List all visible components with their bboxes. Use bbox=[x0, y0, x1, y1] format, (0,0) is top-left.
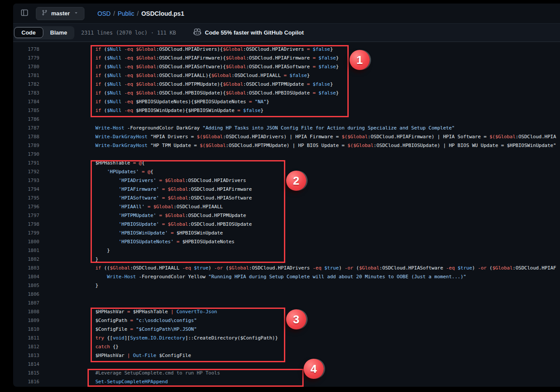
code-row: 1780 if ($Null -eq $Global:OSDCloud.HPIA… bbox=[13, 63, 560, 71]
code-line: $HPHashVar | Out-File $ConfigFile bbox=[72, 351, 191, 360]
code-row: 1781 if ($Null -eq $Global:OSDCloud.HPIA… bbox=[13, 71, 560, 80]
chevron-down-icon bbox=[74, 10, 79, 17]
code-row: 1813 $HPHashVar | Out-File $ConfigFile bbox=[13, 351, 560, 360]
code-row: 1811 try {[void][System.IO.Directory]::C… bbox=[13, 334, 560, 343]
line-number[interactable]: 1807 bbox=[13, 299, 39, 308]
line-number[interactable]: 1791 bbox=[13, 159, 39, 168]
code-line: if ($Null -eq $Global:OSDCloud.HPIASoftw… bbox=[72, 63, 339, 71]
code-line: Write-Host -ForegroundColor DarkGray "Ad… bbox=[72, 124, 455, 133]
line-number[interactable]: 1787 bbox=[13, 124, 39, 133]
line-number[interactable]: 1816 bbox=[13, 378, 39, 386]
tab-code[interactable]: Code bbox=[14, 27, 43, 38]
line-number[interactable]: 1778 bbox=[13, 45, 39, 54]
breadcrumb-file-name: OSDCloud.ps1 bbox=[141, 10, 184, 17]
code-row: 1783 if ($Null -eq $Global:OSDCloud.HPBI… bbox=[13, 89, 560, 98]
line-number[interactable]: 1798 bbox=[13, 220, 39, 229]
line-number[interactable]: 1782 bbox=[13, 80, 39, 89]
line-number[interactable]: 1795 bbox=[13, 194, 39, 203]
line-number[interactable]: 1812 bbox=[13, 343, 39, 351]
code-row: 1816 Set-SetupCompleteHPAppend bbox=[13, 378, 560, 386]
code-row: 1795 'HPIASoftware' = $Global:OSDCloud.H… bbox=[13, 194, 560, 203]
file-viewer-panel: master OSD / Public / OSDCloud.ps1 Code … bbox=[13, 4, 560, 387]
code-line: try {[void][System.IO.Directory]::Create… bbox=[72, 334, 278, 343]
code-line: Write-Host -ForegroundColor Yellow "Runn… bbox=[72, 273, 466, 281]
line-number[interactable]: 1815 bbox=[13, 369, 39, 378]
code-row: 1814 bbox=[13, 360, 560, 369]
breadcrumb-repo-link[interactable]: OSD bbox=[98, 10, 111, 17]
git-branch-icon bbox=[42, 10, 48, 17]
code-row: 1809 $ConfigPath = "c:\osdcloud\configs" bbox=[13, 316, 560, 325]
code-row: 1815 #Leverage SetupComplete.cmd to run … bbox=[13, 369, 560, 378]
line-number[interactable]: 1797 bbox=[13, 211, 39, 220]
copilot-icon bbox=[193, 28, 201, 38]
code-row: 1778 if ($Null -eq $Global:OSDCloud.HPIA… bbox=[13, 45, 560, 54]
line-number[interactable]: 1794 bbox=[13, 185, 39, 194]
line-number[interactable]: 1792 bbox=[13, 168, 39, 176]
code-line: } bbox=[72, 255, 98, 264]
line-number[interactable]: 1793 bbox=[13, 176, 39, 185]
line-number[interactable]: 1786 bbox=[13, 115, 39, 124]
line-number[interactable]: 1780 bbox=[13, 63, 39, 71]
code-row: 1806 bbox=[13, 290, 560, 299]
line-number[interactable]: 1783 bbox=[13, 89, 39, 98]
line-number[interactable]: 1800 bbox=[13, 238, 39, 246]
code-row: 1793 'HPIADrivers' = $Global:OSDCloud.HP… bbox=[13, 176, 560, 185]
code-row: 1787 Write-Host -ForegroundColor DarkGra… bbox=[13, 124, 560, 133]
code-line: if ($Null -eq $Global:OSDCloud.HPBIOSUpd… bbox=[72, 89, 339, 98]
sidebar-panel-icon bbox=[21, 9, 28, 18]
line-number[interactable]: 1785 bbox=[13, 106, 39, 115]
code-line: 'HPIASoftware' = $Global:OSDCloud.HPIASo… bbox=[72, 194, 252, 203]
line-number[interactable]: 1788 bbox=[13, 133, 39, 141]
file-tree-toggle-button[interactable] bbox=[18, 7, 31, 20]
line-number[interactable]: 1801 bbox=[13, 246, 39, 255]
line-number[interactable]: 1814 bbox=[13, 360, 39, 369]
code-line: if ($Null -eq $HPBIOSUpdateNotes){$HPBIO… bbox=[72, 98, 269, 106]
line-number[interactable]: 1805 bbox=[13, 281, 39, 290]
code-line: 'HPBIOSUpdateNotes' = $HPBIOSUpdateNotes bbox=[72, 238, 234, 246]
code-line: 'HPBIOSWinUpdate' = $HPBIOSWinUpdate bbox=[72, 229, 223, 238]
line-number[interactable]: 1790 bbox=[13, 150, 39, 159]
code-line: Write-DarkGrayHost "HPIA Drivers = $($Gl… bbox=[72, 133, 556, 141]
code-line: Write-DarkGrayHost "HP TPM Update = $($G… bbox=[72, 141, 556, 150]
code-row: 1785 if ($Null -eq $HPBIOSWinUpdate){$HP… bbox=[13, 106, 560, 115]
code-row: 1786 bbox=[13, 115, 560, 124]
line-number[interactable]: 1804 bbox=[13, 273, 39, 281]
code-line: Set-SetupCompleteHPAppend bbox=[72, 378, 168, 386]
line-number[interactable]: 1784 bbox=[13, 98, 39, 106]
code-row: 1792 'HPUpdates' = @{ bbox=[13, 168, 560, 176]
line-number[interactable]: 1799 bbox=[13, 229, 39, 238]
code-line: } bbox=[72, 246, 110, 255]
code-line: $ConfigFile = "$ConfigPath\HP.JSON" bbox=[72, 325, 197, 334]
code-row: 1791 $HPHashTable = @{ bbox=[13, 159, 560, 168]
line-number[interactable]: 1809 bbox=[13, 316, 39, 325]
code-line: if (($Global:OSDCloud.HPIAALL -eq $true)… bbox=[72, 264, 556, 273]
line-number[interactable]: 1806 bbox=[13, 290, 39, 299]
branch-selector-button[interactable]: master bbox=[36, 7, 84, 20]
code-line: $HPHashTable = @{ bbox=[72, 159, 145, 168]
tab-blame[interactable]: Blame bbox=[43, 28, 74, 38]
line-number[interactable]: 1796 bbox=[13, 203, 39, 211]
line-number[interactable]: 1813 bbox=[13, 351, 39, 360]
code-row: 1807 bbox=[13, 299, 560, 308]
code-row: 1797 'HPTPMUpdate' = $Global:OSDCloud.HP… bbox=[13, 211, 560, 220]
line-number[interactable]: 1803 bbox=[13, 264, 39, 273]
code-line: if ($Null -eq $Global:OSDCloud.HPTPMUpda… bbox=[72, 80, 333, 89]
branch-name-label: master bbox=[51, 10, 70, 17]
line-number[interactable]: 1789 bbox=[13, 141, 39, 150]
line-number[interactable]: 1802 bbox=[13, 255, 39, 264]
copilot-banner[interactable]: Code 55% faster with GitHub Copilot bbox=[193, 28, 304, 38]
breadcrumb-folder-link[interactable]: Public bbox=[118, 10, 134, 17]
line-number[interactable]: 1781 bbox=[13, 71, 39, 80]
line-number[interactable]: 1811 bbox=[13, 334, 39, 343]
code-blame-segmented-control: Code Blame bbox=[14, 26, 74, 39]
code-line: if ($Null -eq $Global:OSDCloud.HPIAALL){… bbox=[72, 71, 310, 80]
line-number[interactable]: 1808 bbox=[13, 308, 39, 316]
code-row: 1798 'HPBIOSUpdate' = $Global:OSDCloud.H… bbox=[13, 220, 560, 229]
code-row: 1801 } bbox=[13, 246, 560, 255]
copilot-banner-text: Code 55% faster with GitHub Copilot bbox=[205, 29, 304, 36]
code-row: 1779 if ($Null -eq $Global:OSDCloud.HPIA… bbox=[13, 54, 560, 63]
line-number[interactable]: 1779 bbox=[13, 54, 39, 63]
code-row: 1804 Write-Host -ForegroundColor Yellow … bbox=[13, 273, 560, 281]
line-number[interactable]: 1810 bbox=[13, 325, 39, 334]
code-row: 1794 'HPIAFirmware' = $Global:OSDCloud.H… bbox=[13, 185, 560, 194]
